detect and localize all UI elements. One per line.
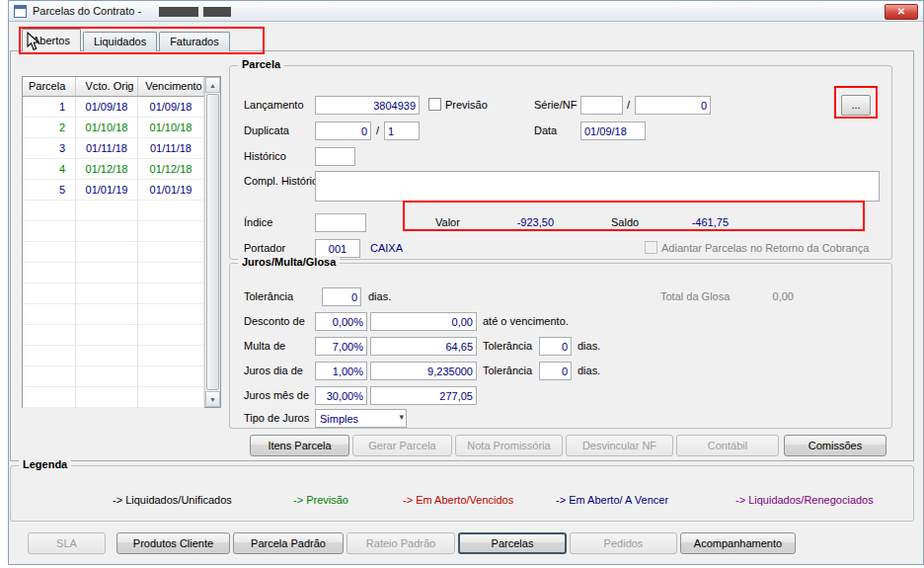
cell-parcela: 3 [23, 138, 76, 159]
tab-faturados[interactable]: Faturados [159, 32, 230, 51]
total-glosa-value: 0,00 [749, 290, 794, 302]
duplicata-input[interactable] [315, 122, 371, 140]
bottom-tab-parcela-padrao[interactable]: Parcela Padrão [233, 532, 344, 554]
desvincular-nf-button[interactable]: Desvincular NF [566, 435, 673, 456]
parcelas-table: Parcela Vcto. Orig Vencimento 1 01/09/18… [22, 76, 221, 408]
compl-historico-input[interactable] [315, 171, 880, 202]
group-legenda: Legenda -> Liquidados/Unificados -> Prev… [10, 465, 914, 522]
itens-parcela-button[interactable]: Itens Parcela [250, 435, 349, 456]
indice-input[interactable] [315, 213, 366, 232]
bottom-tab-produtos-cliente[interactable]: Produtos Cliente [116, 532, 230, 554]
ate-vencimento-label: até o vencimento. [483, 315, 569, 328]
data-input[interactable] [580, 122, 646, 140]
portador-label: Portador [244, 242, 285, 255]
table-row[interactable]: 1 01/09/18 01/09/18 [23, 97, 204, 118]
table-row-empty[interactable] [23, 263, 204, 284]
tipo-juros-select[interactable]: Simples ▾ [315, 409, 407, 428]
comissoes-button[interactable]: Comissões [784, 435, 886, 456]
tab-abertos[interactable]: Abertos [22, 29, 81, 51]
juros-mes-valor-input[interactable] [370, 386, 477, 405]
legend-previsao: -> Previsão [293, 494, 348, 506]
table-row-empty[interactable] [23, 242, 204, 263]
title-redaction [159, 7, 198, 17]
duplicata-seq-input[interactable] [384, 122, 420, 140]
bottom-tab-rateio-padrao[interactable]: Rateio Padrão [346, 532, 455, 554]
table-body: 1 01/09/18 01/09/18 2 01/10/18 01/10/18 … [23, 97, 204, 408]
tipo-juros-value: Simples [320, 413, 358, 425]
contabil-button[interactable]: Contábil [676, 435, 779, 456]
table-row-empty[interactable] [23, 325, 204, 346]
table-row-empty[interactable] [23, 221, 204, 242]
juros-dia-tolerancia-label: Tolerância [483, 365, 532, 377]
table-row-empty[interactable] [23, 284, 204, 304]
indice-label: Índice [244, 216, 272, 229]
tab-liquidados[interactable]: Liquidados [83, 32, 157, 51]
table-scrollbar[interactable]: ▲ ▼ [204, 77, 220, 407]
legend-liquidados-renegociados: -> Liquidados/Renegociados [735, 494, 874, 506]
nf-input[interactable] [635, 96, 711, 115]
title-bar[interactable]: Parcelas do Contrato - ✕ [9, 1, 923, 22]
duplicata-label: Duplicata [244, 124, 289, 137]
table-row-empty[interactable] [23, 304, 204, 325]
multa-dias-label: dias. [578, 340, 600, 353]
window-icon [14, 5, 27, 18]
juros-mes-label: Juros mês de [244, 389, 309, 402]
table-row[interactable]: 5 01/01/19 01/01/19 [23, 180, 204, 201]
cell-vcto-orig: 01/10/18 [76, 118, 138, 138]
column-header-vcto-orig[interactable]: Vcto. Orig [76, 77, 138, 97]
juros-dia-pct-input[interactable] [315, 362, 367, 380]
table-row[interactable]: 4 01/12/18 01/12/18 [23, 159, 204, 180]
cell-parcela: 4 [23, 159, 76, 180]
bottom-tab-acompanhamento[interactable]: Acompanhamento [680, 532, 796, 554]
juros-dia-tolerancia-input[interactable] [539, 362, 572, 380]
table-row[interactable]: 3 01/11/18 01/11/18 [23, 138, 204, 159]
bottom-tab-parcelas[interactable]: Parcelas [458, 532, 567, 554]
table-row-empty[interactable] [23, 366, 204, 387]
column-header-vencimento[interactable]: Vencimento [138, 77, 204, 97]
valor-value: -923,50 [465, 216, 554, 228]
table-empty-rows [23, 201, 204, 408]
adiantar-parcelas-checkbox[interactable] [645, 241, 657, 254]
table-row[interactable]: 2 01/10/18 01/10/18 [23, 118, 204, 138]
multa-pct-input[interactable] [315, 337, 367, 356]
scrollbar-thumb[interactable] [206, 94, 219, 390]
column-header-parcela[interactable]: Parcela [23, 77, 76, 97]
serie-nf-separator: / [627, 99, 630, 112]
previsao-label: Previsão [445, 99, 488, 112]
title-redaction [203, 7, 231, 17]
tolerancia-label: Tolerância [244, 290, 293, 303]
group-parcela: Parcela Lançamento Previsão Série/NF / .… [229, 65, 892, 260]
adiantar-parcelas-label: Adiantar Parcelas no Retorno da Cobrança [661, 242, 869, 255]
juros-dia-valor-input[interactable] [370, 362, 477, 380]
table-row-empty[interactable] [23, 346, 204, 366]
legend-liquidados-unificados: -> Liquidados/Unificados [113, 494, 232, 506]
cell-vcto-orig: 01/11/18 [76, 138, 138, 159]
scroll-up-icon[interactable]: ▲ [205, 77, 220, 93]
group-juros-title: Juros/Multa/Glosa [238, 256, 340, 268]
scroll-down-icon[interactable]: ▼ [205, 391, 220, 407]
data-label: Data [534, 124, 557, 137]
juros-mes-pct-input[interactable] [315, 386, 367, 405]
multa-valor-input[interactable] [370, 337, 477, 356]
desconto-label: Desconto de [244, 315, 305, 328]
close-button[interactable]: ✕ [885, 4, 918, 20]
gerar-parcela-button[interactable]: Gerar Parcela [352, 435, 452, 456]
tolerancia-input[interactable] [322, 287, 361, 306]
nota-promissoria-button[interactable]: Nota Promissória [455, 435, 563, 456]
lancamento-input[interactable] [315, 96, 420, 115]
bottom-tab-sla[interactable]: SLA [28, 532, 106, 554]
serie-input[interactable] [580, 96, 623, 115]
cell-vcto-orig: 01/01/19 [76, 180, 138, 201]
previsao-checkbox[interactable] [428, 98, 441, 111]
table-row-empty[interactable] [23, 387, 204, 408]
multa-tolerancia-input[interactable] [539, 337, 572, 356]
table-row-empty[interactable] [23, 201, 204, 221]
portador-description: CAIXA [370, 242, 403, 254]
lancamento-label: Lançamento [244, 99, 304, 112]
desconto-valor-input[interactable] [370, 312, 477, 331]
bottom-tab-pedidos[interactable]: Pedidos [570, 532, 677, 554]
cell-vencimento: 01/12/18 [138, 159, 204, 180]
desconto-pct-input[interactable] [315, 312, 367, 331]
historico-input[interactable] [315, 147, 355, 166]
nf-browse-button[interactable]: ... [841, 95, 871, 116]
